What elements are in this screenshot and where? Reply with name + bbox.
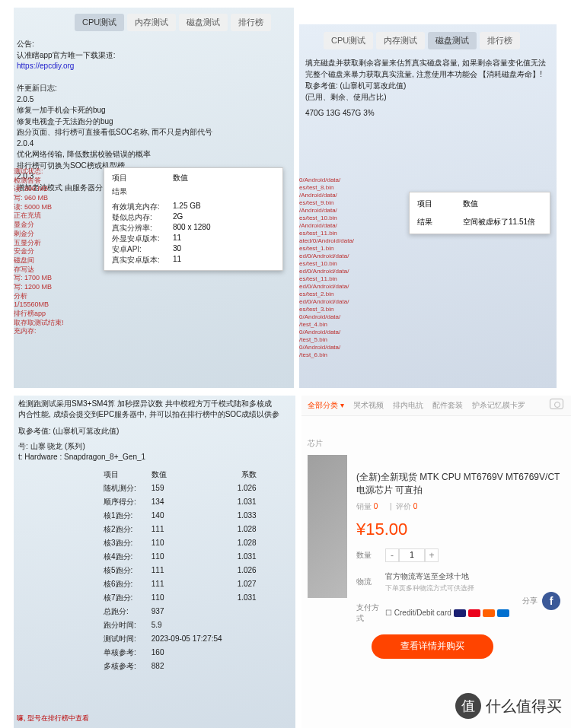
- cell-key: 核1跑分:: [104, 510, 150, 522]
- qty-stepper[interactable]: - +: [385, 548, 439, 562]
- status-line: 磁盘间: [14, 256, 90, 265]
- nav-item[interactable]: 全部分类 ▾: [308, 400, 344, 411]
- file-line: es/test_1.bin: [299, 245, 406, 253]
- status-line: 写: 1700 MB: [14, 274, 90, 283]
- status-line: 1/15560MB: [14, 300, 90, 310]
- tab-disk[interactable]: 磁盘测试: [428, 32, 477, 49]
- file-line: ated/0/Android/data/: [299, 237, 406, 245]
- qty-input[interactable]: [399, 548, 425, 562]
- cell-key: 随机测分:: [104, 482, 150, 494]
- cell-value: 111: [152, 564, 236, 577]
- cell-coef: [238, 633, 270, 645]
- v: 2G: [173, 212, 183, 223]
- memory-result-popup: 项目 数值 结果 有效填充内存:1.25 GB 疑似总内存:2G 真实分辨率:8…: [104, 167, 283, 271]
- table-row: 随机测分:1591.026: [104, 482, 270, 494]
- file-line: es/test_3.bin: [299, 306, 406, 313]
- benchmark-table: 项目 数值 系数 随机测分:1591.026顺序得分:1341.031核1跑分:…: [102, 467, 272, 674]
- desc-line: 内合性能, 成绩会提交到EPC服务器中, 并可以拍在排行榜中的SOC成绩以供参: [18, 409, 291, 420]
- file-line: ed/0/Android/data/: [299, 283, 406, 291]
- changelog-title: 件更新日志:: [17, 83, 291, 94]
- v: 800 x 1280: [173, 223, 211, 234]
- ship-label: 物流: [356, 577, 385, 587]
- k: 有效填充内存:: [112, 202, 173, 212]
- nav-item[interactable]: 配件套装: [432, 400, 463, 411]
- cell-key: 核7跑分:: [104, 592, 150, 604]
- k: 疑似总内存:: [112, 212, 173, 223]
- desc-line: 填充磁盘并获取剩余容量来估算真实磁盘容量, 如果剩余容量变化值无法: [305, 57, 550, 68]
- col-value: 数值: [463, 199, 478, 209]
- product-title: (全新)全新现货 MTK CPU MT6769V MT6769V/CT 电源芯片…: [356, 471, 566, 497]
- table-row: 顺序得分:1341.031: [104, 496, 270, 508]
- cell-value: 140: [152, 510, 236, 522]
- file-line: es/test_8.bin: [299, 184, 406, 192]
- jcb-icon: [483, 609, 495, 617]
- tab-mem[interactable]: 内存测试: [376, 32, 425, 49]
- screenshot-cpu-benchmark: 检测跑测试采用SM3+SM4算 加秒摆异议数 共中模程方万千模式陆和多核成 内合…: [14, 396, 295, 728]
- file-line: es/test_11.bin: [299, 275, 406, 283]
- tab-disk[interactable]: 磁盘测试: [179, 14, 228, 31]
- screenshot-disk-test: CPU测试 内存测试 磁盘测试 排行榜 填充磁盘并获取剩余容量来估算真实磁盘容量…: [299, 24, 557, 388]
- footer-note: 嘛, 型号在排行榜中查看: [17, 714, 89, 723]
- watermark-text: 什么值得买: [486, 696, 562, 717]
- status-line: 安金分: [14, 247, 90, 256]
- cell-coef: 1.033: [238, 510, 270, 522]
- url-link[interactable]: https://epcdiy.org: [17, 61, 291, 72]
- nav-item[interactable]: 哭术视频: [353, 400, 384, 411]
- th-item: 项目: [104, 469, 150, 481]
- tab-cpu[interactable]: CPU测试: [324, 32, 373, 49]
- cell-coef: [238, 619, 270, 631]
- table-row: 跑分时间:5.9: [104, 619, 270, 631]
- file-line: ed/0/Android/data/: [299, 298, 406, 306]
- file-line: es/test_10.bin: [299, 215, 406, 222]
- v: 11: [173, 255, 181, 265]
- status-line: 显金分: [14, 221, 90, 230]
- file-line: 0/Android/data/: [299, 176, 406, 184]
- v: 30: [173, 244, 181, 255]
- nav-item[interactable]: 护杀记忆膜卡罗: [472, 400, 525, 411]
- cell-value: 882: [152, 660, 236, 672]
- file-line: es/test_10.bin: [299, 260, 406, 268]
- file-line: /Android/data/: [299, 222, 406, 230]
- result-value: 空间被虚标了11.51倍: [463, 217, 535, 227]
- tab-cpu[interactable]: CPU测试: [75, 14, 124, 31]
- cell-coef: 1.028: [238, 523, 270, 536]
- table-row: 多核参考:882: [104, 660, 270, 672]
- disk-description: 填充磁盘并获取剩余容量来估算真实磁盘容量, 如果剩余容量变化值无法 完整个磁盘来…: [299, 52, 557, 123]
- pay-label: 支付方式: [356, 602, 385, 624]
- memory-status-list: 测试状态:检测告答读: 800 MB写: 960 MB读: 5000 MB正在充…: [14, 167, 90, 336]
- camera-icon: [550, 399, 563, 409]
- screenshot-shop-listing: 全部分类 ▾哭术视频排内电抗配件套装护杀记忆膜卡罗 芯片 (全新)全新现货 MT…: [301, 396, 571, 728]
- ship-info: 官方物流寄送至全球十地 下单页多种物流方式可供选择: [385, 571, 474, 593]
- k: 真实安卓版本:: [112, 255, 173, 265]
- pay-text: Credit/Debit card: [394, 609, 451, 617]
- table-row: 核7跑分:1101.031: [104, 592, 270, 604]
- tab-rank[interactable]: 排行榜: [480, 32, 520, 49]
- product-thumbnail[interactable]: [308, 455, 347, 598]
- qty-plus-button[interactable]: +: [425, 548, 439, 562]
- tab-rank[interactable]: 排行榜: [231, 14, 271, 31]
- col-item: 项目: [112, 173, 173, 183]
- file-line: /test_4.bin: [299, 321, 406, 329]
- file-line: /test_5.bin: [299, 336, 406, 344]
- col-item: 项目: [417, 199, 463, 209]
- qty-minus-button[interactable]: -: [385, 548, 399, 562]
- cell-value: 110: [152, 537, 236, 549]
- disk-file-list: 0/Android/data/es/test_8.bin/Android/dat…: [299, 176, 406, 359]
- cell-coef: 1.028: [238, 537, 270, 549]
- nav-item[interactable]: 排内电抗: [393, 400, 423, 411]
- buy-button[interactable]: 查看详情并购买: [372, 634, 493, 659]
- facebook-icon[interactable]: f: [542, 592, 560, 610]
- cell-value: 5.9: [152, 619, 236, 631]
- cell-key: 核4跑分:: [104, 551, 150, 563]
- cell-value: 937: [152, 606, 236, 618]
- watermark-icon: 值: [455, 693, 481, 719]
- file-line: ed/0/Android/data/: [299, 268, 406, 275]
- cell-coef: [238, 660, 270, 672]
- v: 1.25 GB: [173, 202, 201, 212]
- cell-value: 159: [152, 482, 236, 494]
- status-line: 正在充填: [14, 211, 90, 221]
- file-line: es/test_9.bin: [299, 199, 406, 207]
- product-stats: 销量 0 | 评价 0: [356, 501, 566, 512]
- tab-mem[interactable]: 内存测试: [127, 14, 176, 31]
- tab-bar: CPU测试 内存测试 磁盘测试 排行榜: [324, 29, 557, 52]
